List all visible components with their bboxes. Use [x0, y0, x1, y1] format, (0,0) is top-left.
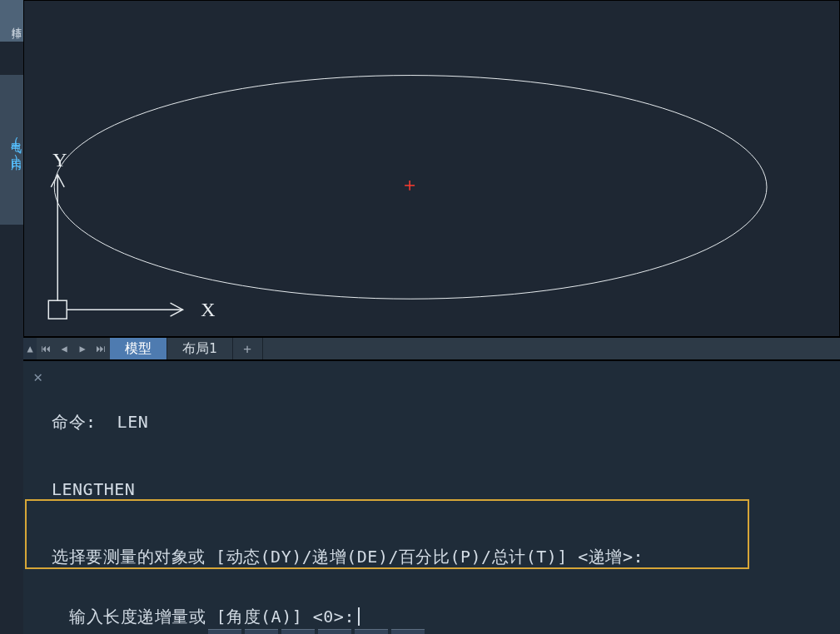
- left-vertical-tabs: 结排 电气(民用): [0, 0, 23, 337]
- nav-first-icon[interactable]: ⏮: [37, 338, 55, 359]
- status-bar-buttons: [208, 629, 425, 634]
- tab-model[interactable]: 模型: [110, 338, 167, 359]
- status-btn[interactable]: [245, 629, 278, 634]
- axis-x-label: X: [201, 299, 215, 320]
- left-tab-top[interactable]: 结排: [0, 0, 23, 42]
- caret-icon: [358, 607, 360, 626]
- cmd-line: 命令: LEN: [52, 411, 833, 433]
- ucs-icon: [48, 175, 182, 319]
- nav-prev-icon[interactable]: ◀: [55, 338, 73, 359]
- close-icon[interactable]: ✕: [30, 368, 47, 384]
- cmd-expand-arrow-icon[interactable]: ▲: [23, 338, 37, 359]
- command-window: ✕ 命令: LEN LENGTHEN 选择要测量的对象或 [动态(DY)/递增(…: [23, 360, 840, 634]
- status-btn[interactable]: [208, 629, 241, 634]
- command-prompt-text: 输入长度递增量或 [角度(A)] <0>:: [69, 606, 355, 628]
- status-btn[interactable]: [391, 629, 425, 634]
- cmd-line: 选择要测量的对象或 [动态(DY)/递增(DE)/百分比(P)/总计(T)] <…: [52, 546, 833, 568]
- status-btn[interactable]: [281, 629, 315, 634]
- canvas-svg: X Y: [24, 1, 839, 336]
- status-btn[interactable]: [318, 629, 351, 634]
- layout-tab-strip: ▲ ⏮ ◀ ▶ ⏭ 模型 布局1 +: [23, 337, 840, 360]
- axis-y-label: Y: [52, 149, 67, 171]
- add-layout-button[interactable]: +: [233, 338, 263, 359]
- cmd-line: LENGTHEN: [52, 478, 833, 501]
- command-input[interactable]: 输入长度递增量或 [角度(A)] <0>:: [69, 604, 833, 629]
- nav-last-icon[interactable]: ⏭: [92, 338, 110, 359]
- drawing-canvas[interactable]: X Y: [23, 0, 840, 337]
- left-tab-electrical[interactable]: 电气(民用): [0, 75, 23, 225]
- ellipse-shape[interactable]: [54, 76, 767, 300]
- tab-layout1[interactable]: 布局1: [167, 338, 233, 359]
- crosshair-icon: [405, 181, 415, 191]
- status-btn[interactable]: [355, 629, 388, 634]
- command-history[interactable]: 命令: LEN LENGTHEN 选择要测量的对象或 [动态(DY)/递增(DE…: [52, 366, 833, 599]
- svg-rect-0: [48, 300, 67, 319]
- nav-next-icon[interactable]: ▶: [73, 338, 92, 359]
